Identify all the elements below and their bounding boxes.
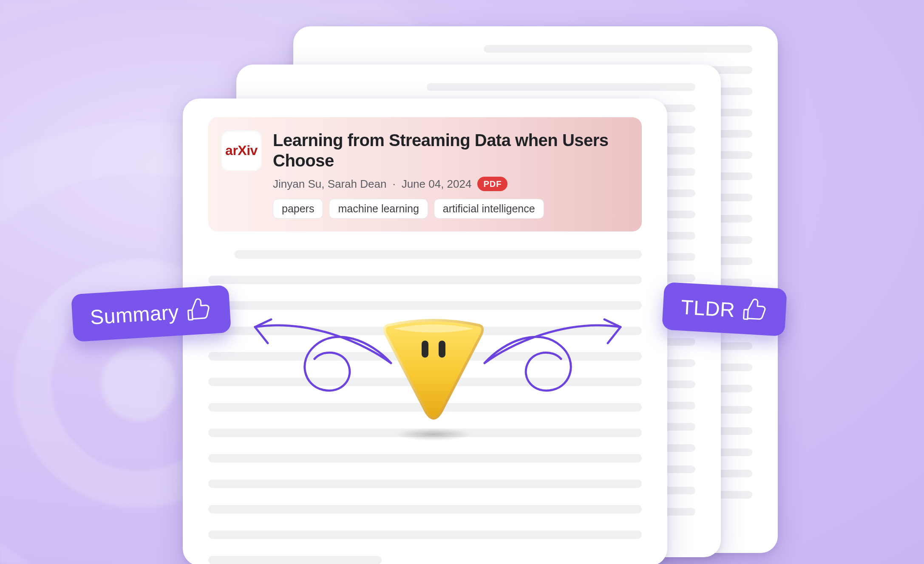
- svg-rect-1: [439, 341, 445, 358]
- tldr-chip[interactable]: TLDR: [662, 282, 787, 336]
- paper-header-banner: arXiv Learning from Streaming Data when …: [208, 117, 642, 231]
- mascot-shadow: [394, 428, 473, 441]
- summary-chip-label: Summary: [90, 300, 180, 329]
- summary-chip[interactable]: Summary: [71, 285, 231, 342]
- tag-papers[interactable]: papers: [273, 199, 323, 219]
- promo-stage: arXiv Learning from Streaming Data when …: [0, 0, 924, 564]
- placeholder-line: [208, 556, 382, 564]
- placeholder-line: [208, 276, 642, 284]
- swirl-arrow-right-icon: [476, 297, 638, 408]
- source-badge-text: arXiv: [225, 143, 258, 158]
- source-badge-arxiv: arXiv: [221, 130, 262, 171]
- paper-tags: papers machine learning artificial intel…: [273, 199, 627, 219]
- meta-dot: ·: [392, 178, 395, 191]
- paper-date: June 04, 2024: [402, 178, 472, 191]
- paper-authors: Jinyan Su, Sarah Dean: [273, 178, 386, 191]
- placeholder-line: [208, 505, 642, 513]
- tag-artificial-intelligence[interactable]: artificial intelligence: [434, 199, 544, 219]
- tldr-chip-label: TLDR: [680, 295, 736, 321]
- svg-rect-0: [422, 341, 428, 358]
- paper-header-body: Learning from Streaming Data when Users …: [273, 130, 627, 219]
- thumbs-up-icon: [186, 297, 213, 324]
- placeholder-line: [427, 83, 695, 91]
- placeholder-line: [208, 454, 642, 462]
- pdf-badge: PDF: [477, 177, 507, 191]
- thumbs-up-icon: [742, 297, 769, 324]
- paper-title: Learning from Streaming Data when Users …: [273, 130, 627, 171]
- tag-machine-learning[interactable]: machine learning: [329, 199, 428, 219]
- mascot-triangle-icon: [370, 318, 497, 441]
- placeholder-line: [208, 479, 642, 488]
- placeholder-line: [234, 250, 642, 259]
- paper-meta-row: Jinyan Su, Sarah Dean · June 04, 2024 PD…: [273, 177, 627, 191]
- placeholder-line: [484, 45, 752, 53]
- placeholder-line: [208, 530, 642, 539]
